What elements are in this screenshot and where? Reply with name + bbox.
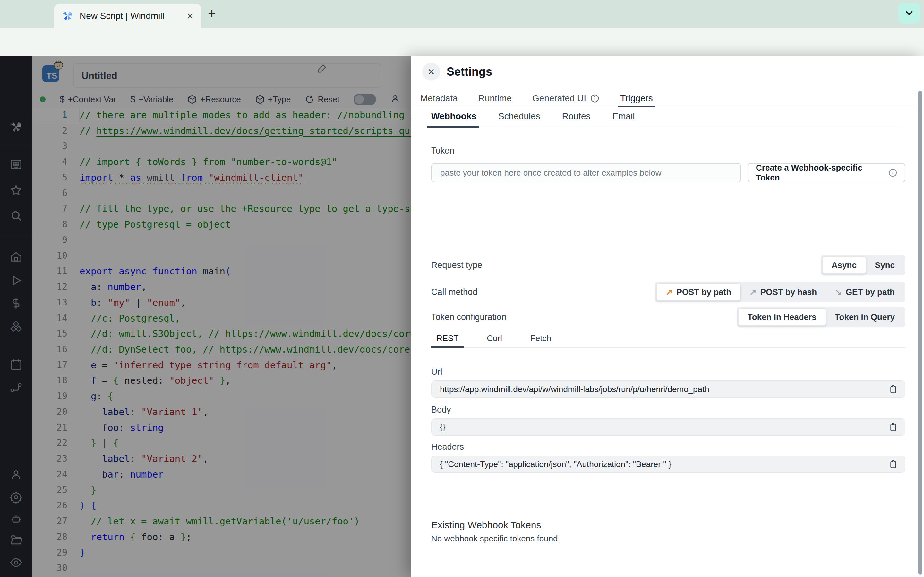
call-method-segmented: ↗ POST by path ↗ POST by hash ↘ GET by p… <box>655 282 905 302</box>
token-config-segmented: Token in Headers Token in Query <box>737 307 905 327</box>
headers-value: { "Content-Type": "application/json", "A… <box>440 459 888 469</box>
chevron-down-icon <box>904 8 915 19</box>
request-type-row: Request type Async Sync <box>431 255 905 276</box>
token-input[interactable] <box>431 163 741 182</box>
call-method-label: Call method <box>431 287 477 297</box>
tab-curl[interactable]: Curl <box>481 332 507 348</box>
tab-rest[interactable]: REST <box>431 332 464 348</box>
browser-tab[interactable]: New Script | Windmill ✕ <box>54 4 202 28</box>
call-method-post-by-hash[interactable]: ↗ POST by hash <box>740 284 826 301</box>
body-field[interactable]: {} <box>431 418 905 436</box>
windmill-app: TS Untitled $ +Context Var $ +Variable <box>0 56 924 577</box>
request-type-sync[interactable]: Sync <box>866 256 904 274</box>
tab-routes[interactable]: Routes <box>562 107 591 128</box>
tab-fetch[interactable]: Fetch <box>525 332 556 348</box>
url-value: https://app.windmill.dev/api/w/windmill-… <box>440 384 888 394</box>
url-field[interactable]: https://app.windmill.dev/api/w/windmill-… <box>431 380 905 398</box>
copy-icon <box>888 384 898 394</box>
windmill-favicon-icon <box>61 10 73 22</box>
tab-triggers[interactable]: Triggers <box>620 90 653 107</box>
tab-runtime[interactable]: Runtime <box>478 90 512 107</box>
token-in-headers[interactable]: Token in Headers <box>738 308 826 326</box>
body-label: Body <box>431 405 451 415</box>
headers-label: Headers <box>431 442 464 452</box>
tab-generated-ui[interactable]: Generated UI <box>532 90 599 107</box>
create-webhook-token-label: Create a Webhook-specific Token <box>756 163 888 183</box>
trigger-tab-bar: Webhooks Schedules Routes Email <box>431 107 905 128</box>
existing-tokens-empty: No webhook specific tokens found <box>431 534 558 544</box>
tab-close-icon[interactable]: ✕ <box>186 11 194 21</box>
body-value: {} <box>440 422 888 432</box>
url-label: Url <box>431 367 443 377</box>
tab-schedules[interactable]: Schedules <box>498 107 540 128</box>
info-icon <box>590 93 599 103</box>
token-in-query[interactable]: Token in Query <box>826 308 904 326</box>
arrow-up-right-icon: ↗ <box>666 287 673 297</box>
call-method-get-by-path[interactable]: ↘ GET by path <box>826 284 904 301</box>
copy-icon <box>888 422 898 432</box>
tab-title: New Script | Windmill <box>79 11 180 21</box>
triggers-content: Webhooks Schedules Routes Email Token Cr… <box>431 107 905 577</box>
token-config-row: Token configuration Token in Headers Tok… <box>431 307 905 327</box>
call-method-post-by-hash-label: POST by hash <box>760 287 817 297</box>
request-type-async[interactable]: Async <box>822 256 866 274</box>
headers-field[interactable]: { "Content-Type": "application/json", "A… <box>431 456 905 473</box>
close-settings-button[interactable]: ✕ <box>422 63 440 81</box>
screen: New Script | Windmill ✕ + ← → ⟳ app.wind… <box>0 0 924 577</box>
token-row: Create a Webhook-specific Token <box>431 163 905 182</box>
request-type-segmented: Async Sync <box>821 255 905 276</box>
settings-tab-bar: Metadata Runtime Generated UI Triggers <box>411 90 924 107</box>
token-config-label: Token configuration <box>431 312 506 322</box>
modal-backdrop[interactable] <box>0 56 411 577</box>
call-method-post-by-path-label: POST by path <box>677 287 731 297</box>
tab-generated-ui-label: Generated UI <box>532 90 586 107</box>
new-tab-button[interactable]: + <box>208 6 216 21</box>
tab-webhooks[interactable]: Webhooks <box>431 107 477 128</box>
panel-scrollbar[interactable] <box>918 91 922 575</box>
tab-metadata[interactable]: Metadata <box>420 90 458 107</box>
copy-icon <box>888 459 898 469</box>
token-label: Token <box>431 146 454 156</box>
settings-panel: ✕ Settings Metadata Runtime Generated UI… <box>411 56 924 577</box>
call-method-row: Call method ↗ POST by path ↗ POST by has… <box>431 282 905 302</box>
request-type-label: Request type <box>431 260 482 270</box>
call-method-post-by-path[interactable]: ↗ POST by path <box>656 284 740 301</box>
existing-tokens-title: Existing Webhook Tokens <box>431 520 541 530</box>
tab-email[interactable]: Email <box>612 107 635 128</box>
create-webhook-token-button[interactable]: Create a Webhook-specific Token <box>748 163 905 182</box>
browser-toolbar: ← → ⟳ app.windmill.dev/scripts/add#JTdCJ… <box>0 28 924 56</box>
window-chevron-button[interactable] <box>898 3 920 24</box>
call-method-get-by-path-label: GET by path <box>846 287 895 297</box>
example-tab-bar: REST Curl Fetch <box>431 332 905 348</box>
info-icon <box>888 168 898 177</box>
settings-title: Settings <box>447 65 492 79</box>
browser-tabstrip: New Script | Windmill ✕ + <box>0 0 924 28</box>
arrow-up-right-icon: ↗ <box>750 287 756 297</box>
arrow-down-right-icon: ↘ <box>835 287 842 297</box>
